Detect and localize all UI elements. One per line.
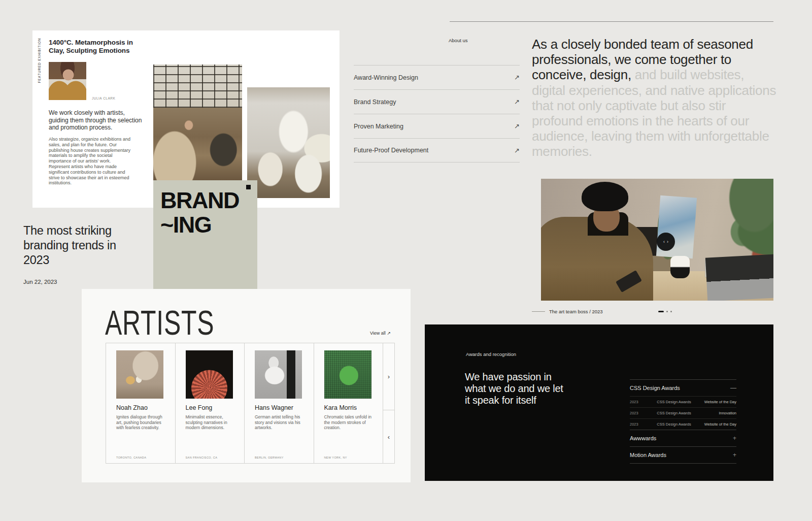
- article-teaser-title[interactable]: The most striking branding trends in 202…: [23, 223, 132, 268]
- service-label: Award-Winning Design: [354, 74, 418, 81]
- carousel-dots: [658, 311, 672, 312]
- service-label: Proven Marketing: [354, 123, 403, 130]
- expand-icon: +: [733, 435, 736, 442]
- award-entry: 2023 CSS Design Awards Website of the Da…: [630, 418, 736, 430]
- collapse-icon: —: [730, 384, 736, 392]
- next-artists-button[interactable]: ›: [383, 343, 394, 410]
- award-org: CSS Design Awards: [648, 411, 700, 415]
- award-group-name: Awwwards: [630, 435, 656, 441]
- photo-caption: The art team boss / 2023: [532, 309, 603, 314]
- artist-name: Hans Wagner: [255, 404, 310, 411]
- caption-dash: [532, 311, 545, 312]
- service-label: Brand Strategy: [354, 99, 396, 106]
- artists-section: ARTISTS View all ↗ Noah Zhao Ignites dia…: [82, 289, 411, 482]
- artist-card-noah-zhao[interactable]: Noah Zhao Ignites dialogue through art, …: [106, 343, 176, 463]
- artist-name: Kara Morris: [324, 404, 379, 411]
- chevron-right-icon: ›: [388, 373, 390, 380]
- branding-tile: BRAND ~ING: [153, 180, 257, 289]
- view-all-label: View all: [370, 331, 386, 336]
- article-teaser-date: Jun 22, 2023: [23, 279, 57, 285]
- artist-location: TORONTO, CANADA: [116, 456, 171, 459]
- prev-artists-button[interactable]: ‹: [383, 410, 394, 463]
- award-title: Innovation: [700, 411, 736, 415]
- award-entry: 2023 CSS Design Awards Innovation: [630, 407, 736, 418]
- chevron-right-icon: ›: [667, 239, 670, 244]
- service-item-brand-strategy[interactable]: Brand Strategy ↗: [354, 89, 520, 114]
- vase-shape: [670, 256, 690, 278]
- service-item-future-proof-development[interactable]: Future-Proof Development ↗: [354, 138, 520, 162]
- branding-wordmark: BRAND ~ING: [160, 188, 239, 237]
- artist-description: German artist telling his story and visi…: [255, 414, 308, 431]
- artists-carousel-controls: › ‹: [383, 343, 394, 463]
- artist-caption: JULIA CLARK: [92, 96, 115, 100]
- award-year: 2023: [630, 400, 648, 404]
- chevron-left-icon: ‹: [663, 239, 667, 244]
- chevron-left-icon: ‹: [388, 433, 390, 441]
- award-org: CSS Design Awards: [648, 422, 700, 427]
- photo-carousel-nav-button[interactable]: ‹›: [657, 233, 675, 251]
- award-org: CSS Design Awards: [648, 400, 700, 404]
- expand-icon: +: [733, 451, 736, 459]
- award-entry: 2023 CSS Design Awards Website of the Da…: [630, 396, 736, 407]
- artist-description: Chromatic tales unfold in the modern str…: [324, 414, 377, 431]
- branding-line1: BRAND: [160, 188, 239, 213]
- square-accent-icon: [246, 185, 251, 189]
- award-title: Website of the Day: [700, 422, 736, 427]
- beanie-shape: [582, 182, 628, 211]
- exhibition-subheading: We work closely with artists, guiding th…: [49, 109, 143, 132]
- artist-artwork-photo: [255, 350, 302, 399]
- studio-photo: [153, 64, 242, 181]
- arrow-up-right-icon: ↗: [514, 98, 520, 106]
- award-group-name: Motion Awards: [630, 452, 666, 458]
- artist-location: SAN FRANCISCO, CA: [186, 456, 241, 459]
- artist-artwork-photo: [186, 350, 233, 399]
- artist-card-hans-wagner[interactable]: Hans Wagner German artist telling his st…: [245, 343, 314, 463]
- artist-name: Noah Zhao: [116, 404, 171, 411]
- artist-description: Ignites dialogue through art, pushing bo…: [116, 414, 169, 431]
- award-group-css-design-awards[interactable]: CSS Design Awards —: [630, 379, 736, 396]
- service-label: Future-Proof Development: [354, 147, 428, 154]
- artist-artwork-photo: [116, 350, 163, 399]
- award-group-awwwards[interactable]: Awwwards +: [630, 430, 736, 446]
- header-divider: [450, 21, 773, 22]
- award-group-name: CSS Design Awards: [630, 385, 680, 391]
- award-title: Website of the Day: [700, 400, 736, 404]
- branding-line2: ~ING: [160, 213, 239, 237]
- artist-location: NEW YORK, NY: [324, 456, 379, 459]
- awards-headline: We have passion in what we do and we let…: [465, 371, 564, 406]
- carousel-dot[interactable]: [666, 311, 668, 312]
- artists-carousel: Noah Zhao Ignites dialogue through art, …: [106, 343, 395, 464]
- arrow-up-right-icon: ↗: [387, 331, 391, 336]
- artist-name: Lee Fong: [186, 404, 241, 411]
- arrow-up-right-icon: ↗: [514, 74, 520, 81]
- awards-section-label: Awards and recognition: [466, 351, 516, 357]
- exhibition-title: 1400°C. Metamorphosis in Clay, Sculpting…: [49, 39, 136, 54]
- exhibition-body-text: Also strategize, organize exhibitions an…: [49, 137, 131, 186]
- award-group-motion-awards[interactable]: Motion Awards +: [630, 446, 736, 464]
- artist-card-kara-morris[interactable]: Kara Morris Chromatic tales unfold in th…: [314, 343, 384, 463]
- arrow-up-right-icon: ↗: [514, 122, 520, 130]
- featured-exhibition-label: FEATURED EXHIBITION: [38, 38, 41, 83]
- about-statement: As a closely bonded team of seasoned pro…: [532, 37, 776, 159]
- services-list: Award-Winning Design ↗ Brand Strategy ↗ …: [354, 65, 520, 162]
- laptop-shape: [705, 254, 773, 301]
- service-item-award-winning-design[interactable]: Award-Winning Design ↗: [354, 65, 520, 89]
- arrow-up-right-icon: ↗: [514, 147, 520, 154]
- carousel-dot[interactable]: [670, 311, 672, 312]
- award-year: 2023: [630, 411, 648, 415]
- artists-heading: ARTISTS: [105, 303, 214, 342]
- team-photo: ‹›: [541, 179, 773, 301]
- about-us-label: About us: [449, 38, 468, 43]
- caption-text: The art team boss / 2023: [549, 309, 603, 314]
- service-item-proven-marketing[interactable]: Proven Marketing ↗: [354, 114, 520, 138]
- artist-card-lee-fong[interactable]: Lee Fong Minimalist essence, sculpting n…: [176, 343, 245, 463]
- artist-artwork-photo: [324, 350, 371, 399]
- sculpting-photo: [247, 87, 330, 198]
- awards-section: Awards and recognition We have passion i…: [425, 324, 773, 481]
- carousel-dot-active[interactable]: [658, 311, 664, 312]
- artist-description: Minimalist essence, sculpting narratives…: [186, 414, 239, 431]
- award-year: 2023: [630, 422, 648, 427]
- view-all-link[interactable]: View all ↗: [370, 331, 391, 336]
- page-canvas: FEATURED EXHIBITION 1400°C. Metamorphosi…: [0, 0, 812, 521]
- awards-accordion: CSS Design Awards — 2023 CSS Design Awar…: [630, 379, 736, 464]
